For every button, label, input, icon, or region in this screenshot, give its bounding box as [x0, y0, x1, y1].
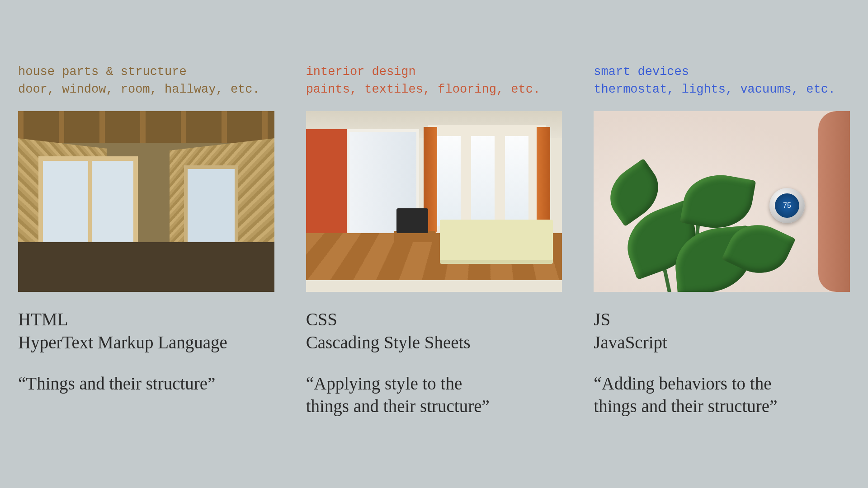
tech-abbrev-js: JS	[594, 308, 850, 331]
column-js: smart devices thermostat, lights, vacuum…	[594, 63, 850, 418]
tech-fullname-css: Cascading Style Sheets	[306, 331, 562, 354]
monstera-plant	[607, 156, 779, 292]
tech-fullname-html: HyperText Markup Language	[18, 331, 274, 354]
tech-tagline-html: “Things and their structure”	[18, 372, 274, 395]
analogy-label-html: house parts & structure door, window, ro…	[18, 63, 274, 99]
image-house-construction	[18, 111, 274, 292]
tech-tagline-css: “Applying style to the things and their …	[306, 372, 562, 418]
tech-abbrev-css: CSS	[306, 308, 562, 331]
image-smart-thermostat: 75	[594, 111, 850, 292]
analogy-label-js: smart devices thermostat, lights, vacuum…	[594, 63, 850, 99]
tech-abbrev-html: HTML	[18, 308, 274, 331]
analogy-label-css: interior design paints, textiles, floori…	[306, 63, 562, 99]
tech-tagline-js: “Adding behaviors to the things and thei…	[594, 372, 850, 418]
tech-block-html: HTML HyperText Markup Language “Things a…	[18, 308, 274, 395]
slide-container: house parts & structure door, window, ro…	[0, 0, 868, 418]
tech-block-css: CSS Cascading Style Sheets “Applying sty…	[306, 308, 562, 418]
column-css: interior design paints, textiles, floori…	[306, 63, 562, 418]
tech-block-js: JS JavaScript “Adding behaviors to the t…	[594, 308, 850, 418]
image-finished-bedroom	[306, 111, 562, 292]
column-html: house parts & structure door, window, ro…	[18, 63, 274, 418]
tech-fullname-js: JavaScript	[594, 331, 850, 354]
